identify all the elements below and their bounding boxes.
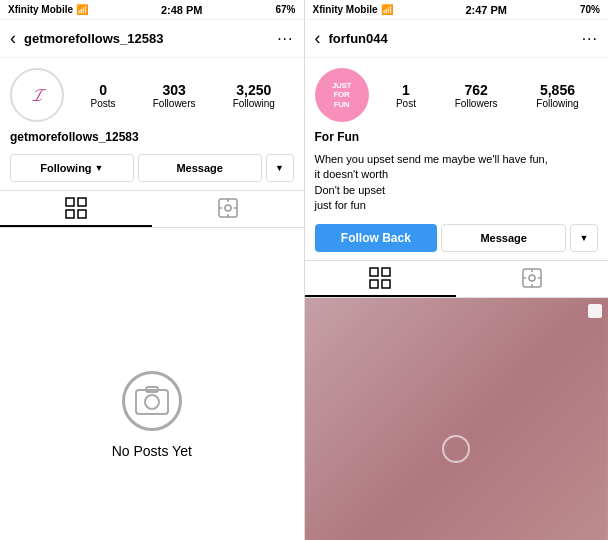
- stat-followers-value-right: 762: [464, 82, 487, 98]
- page-title-left: getmorefollows_12583: [24, 31, 277, 46]
- dropdown-button-left[interactable]: ▼: [266, 154, 294, 182]
- stat-followers-value-left: 303: [162, 82, 185, 98]
- svg-rect-17: [370, 280, 378, 288]
- battery-left: 67%: [275, 4, 295, 15]
- no-posts-icon: [122, 371, 182, 431]
- stat-followers-left: 303 Followers: [153, 82, 196, 109]
- bio-line-2: it doesn't worth: [315, 168, 389, 180]
- avatar-text-right: JUSTFORFUN: [330, 79, 353, 112]
- grid-content-right: [305, 298, 609, 540]
- stat-following-label-right: Following: [536, 98, 578, 109]
- content-area-left: No Posts Yet: [0, 228, 304, 540]
- page-title-right: forfun044: [329, 31, 582, 46]
- time-right: 2:47 PM: [465, 4, 507, 16]
- status-bar-left: Xfinity Mobile 📶 2:48 PM 67%: [0, 0, 304, 20]
- stat-following-label-left: Following: [233, 98, 275, 109]
- tagged-icon-right: [521, 267, 543, 289]
- svg-point-13: [145, 395, 159, 409]
- bio-line-3: Don't be upset: [315, 184, 386, 196]
- stat-posts-value-right: 1: [402, 82, 410, 98]
- following-button[interactable]: Following ▼: [10, 154, 134, 182]
- more-button-left[interactable]: ···: [277, 30, 293, 48]
- battery-right: 70%: [580, 4, 600, 15]
- follow-back-button[interactable]: Follow Back: [315, 224, 438, 252]
- more-button-right[interactable]: ···: [582, 30, 598, 48]
- stat-posts-value-left: 0: [99, 82, 107, 98]
- tab-grid-right[interactable]: [305, 261, 457, 297]
- tagged-icon-left: [217, 197, 239, 219]
- dropdown-button-right[interactable]: ▼: [570, 224, 598, 252]
- carrier-right: Xfinity Mobile: [313, 4, 378, 15]
- svg-rect-16: [382, 268, 390, 276]
- action-buttons-left: Following ▼ Message ▼: [0, 150, 304, 190]
- no-posts-text: No Posts Yet: [112, 443, 192, 459]
- svg-rect-3: [78, 198, 86, 206]
- status-bar-right: Xfinity Mobile 📶 2:47 PM 70%: [304, 0, 609, 20]
- message-label-right: Message: [480, 232, 526, 244]
- carrier-left: Xfinity Mobile: [8, 4, 73, 15]
- back-button-left[interactable]: ‹: [10, 28, 16, 49]
- tab-tagged-right[interactable]: [456, 261, 608, 297]
- wifi-icon-right: 📶: [381, 4, 393, 15]
- nav-right: ‹ forfun044 ···: [305, 20, 609, 58]
- profile-info-right: JUSTFORFUN 1 Post 762 Followers 5,856 Fo…: [305, 58, 609, 128]
- post-thumbnail[interactable]: [305, 298, 609, 540]
- stat-followers-label-left: Followers: [153, 98, 196, 109]
- grid-icon-right: [369, 267, 391, 289]
- message-button-left[interactable]: Message: [138, 154, 262, 182]
- message-label-left: Message: [176, 162, 222, 174]
- message-button-right[interactable]: Message: [441, 224, 566, 252]
- panels: ‹ getmorefollows_12583 ··· 𝓘 0 Posts: [0, 20, 608, 540]
- svg-rect-2: [66, 198, 74, 206]
- stat-followers-right: 762 Followers: [455, 82, 498, 109]
- tab-bar-right: [305, 260, 609, 298]
- svg-rect-4: [66, 210, 74, 218]
- wifi-icon-left: 📶: [76, 4, 88, 15]
- bio-name-right: For Fun: [305, 128, 609, 150]
- svg-rect-12: [136, 390, 168, 414]
- back-button-right[interactable]: ‹: [315, 28, 321, 49]
- panel-left: ‹ getmorefollows_12583 ··· 𝓘 0 Posts: [0, 20, 305, 540]
- status-left-right: Xfinity Mobile 📶: [313, 4, 393, 15]
- avatar-right: JUSTFORFUN: [315, 68, 369, 122]
- status-right-right: 70%: [580, 4, 600, 15]
- stat-posts-label-right: Post: [396, 98, 416, 109]
- tab-grid-left[interactable]: [0, 191, 152, 227]
- status-right-left: 67%: [275, 4, 295, 15]
- time-left: 2:48 PM: [161, 4, 203, 16]
- stat-following-left: 3,250 Following: [233, 82, 275, 109]
- follow-back-label: Follow Back: [341, 231, 411, 245]
- stats-left: 0 Posts 303 Followers 3,250 Following: [64, 82, 294, 109]
- svg-point-20: [529, 275, 535, 281]
- grid-icon-left: [65, 197, 87, 219]
- avatar-left: 𝓘: [10, 68, 64, 122]
- stat-following-value-left: 3,250: [236, 82, 271, 98]
- profile-info-left: 𝓘 0 Posts 303 Followers 3,250 Following: [0, 58, 304, 128]
- bio-right: When you upset send me maybe we'll have …: [305, 150, 609, 220]
- camera-icon: [134, 383, 170, 419]
- dropdown-chevron-right: ▼: [580, 233, 589, 243]
- username-left: getmorefollows_12583: [0, 128, 304, 150]
- svg-rect-18: [382, 280, 390, 288]
- stat-posts-left: 0 Posts: [91, 82, 116, 109]
- stats-right: 1 Post 762 Followers 5,856 Following: [369, 82, 599, 109]
- panel-right: ‹ forfun044 ··· JUSTFORFUN 1 Post 762 Fo…: [305, 20, 609, 540]
- dropdown-chevron-left: ▼: [275, 163, 284, 173]
- tab-tagged-left[interactable]: [152, 191, 304, 227]
- stat-posts-label-left: Posts: [91, 98, 116, 109]
- bio-line-1: When you upset send me maybe we'll have …: [315, 153, 548, 165]
- action-buttons-right: Follow Back Message ▼: [305, 220, 609, 260]
- status-left-left: Xfinity Mobile 📶: [8, 4, 88, 15]
- following-chevron: ▼: [95, 163, 104, 173]
- stat-following-right: 5,856 Following: [536, 82, 578, 109]
- status-bars: Xfinity Mobile 📶 2:48 PM 67% Xfinity Mob…: [0, 0, 608, 20]
- nav-left: ‹ getmorefollows_12583 ···: [0, 20, 304, 58]
- bio-line-4: just for fun: [315, 199, 366, 211]
- stat-following-value-right: 5,856: [540, 82, 575, 98]
- svg-point-7: [225, 205, 231, 211]
- stat-followers-label-right: Followers: [455, 98, 498, 109]
- svg-rect-5: [78, 210, 86, 218]
- following-label: Following: [40, 162, 91, 174]
- stat-posts-right: 1 Post: [396, 82, 416, 109]
- tab-bar-left: [0, 190, 304, 228]
